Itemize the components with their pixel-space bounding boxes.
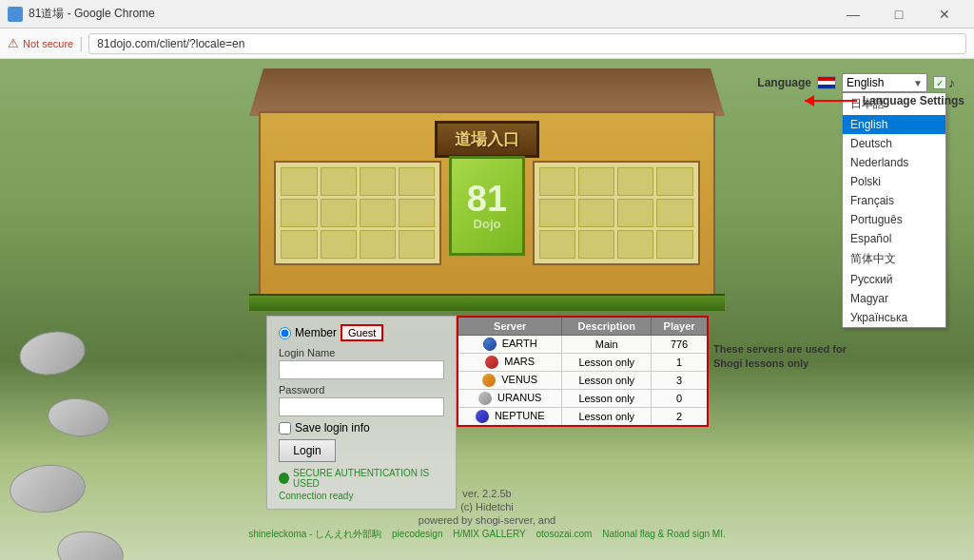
footer-link-national[interactable]: National flag & Road sign MI.	[602, 529, 726, 539]
member-label: Member	[295, 326, 337, 339]
lang-option-fr[interactable]: Français	[843, 191, 945, 210]
lang-option-de[interactable]: Deutsch	[843, 134, 945, 153]
language-dropdown-trigger[interactable]: English ▼	[842, 73, 927, 92]
guest-button[interactable]: Guest	[341, 324, 383, 341]
minimize-button[interactable]: —	[831, 0, 875, 29]
server-table-container: Server Description Player EARTH Main 776	[457, 316, 709, 427]
earth-icon	[483, 338, 497, 351]
selected-language: English	[847, 76, 884, 89]
login-button[interactable]: Login	[279, 439, 336, 462]
footer-link-otosozai[interactable]: otosozai.com	[536, 529, 593, 539]
login-name-input[interactable]	[279, 360, 444, 379]
server-header: Server	[458, 317, 562, 336]
lang-option-nl[interactable]: Nederlands	[843, 153, 945, 172]
mars-name: MARS	[504, 356, 535, 367]
secure-row: SECURE AUTHENTICATION IS USED	[279, 468, 444, 489]
annotation-text: Language Settings	[863, 94, 964, 107]
dojo-roof	[249, 68, 725, 116]
mars-players: 1	[652, 354, 708, 372]
table-row: URANUS Lesson only 0	[458, 390, 708, 408]
earth-name-cell: EARTH	[458, 336, 562, 354]
login-name-label: Login Name	[279, 347, 444, 358]
uranus-name: URANUS	[497, 392, 541, 403]
browser-icon	[8, 7, 23, 22]
neptune-description: Lesson only	[562, 408, 652, 427]
language-select-wrapper[interactable]: English ▼ 日本語 English Deutsch Nederlands…	[842, 73, 927, 92]
footer-link-shineleckoma[interactable]: shineleckoma - しんえれ外部駒	[248, 529, 381, 539]
table-row: MARS Lesson only 1	[458, 354, 708, 372]
dojo-base	[249, 294, 725, 311]
right-window	[533, 161, 700, 265]
venus-players: 3	[652, 372, 708, 390]
window-controls: — □ ✕	[831, 0, 966, 29]
copyright-text: (c) Hidetchi	[0, 501, 974, 512]
maximize-button[interactable]: □	[877, 0, 921, 29]
lesson-note: These servers are used for Shogi lessons…	[713, 342, 856, 372]
addressbar: ⚠ Not secure |	[0, 29, 974, 59]
neptune-players: 2	[652, 408, 708, 427]
red-arrow	[805, 100, 857, 102]
stone	[46, 396, 110, 439]
lang-option-ru[interactable]: Русский	[843, 270, 945, 289]
venus-name: VENUS	[501, 374, 537, 385]
uranus-icon	[478, 392, 492, 405]
lang-option-pl[interactable]: Polski	[843, 172, 945, 191]
language-area: Language English ▼ 日本語 English Deutsch N…	[757, 73, 955, 92]
lang-option-zh[interactable]: 简体中文	[843, 248, 945, 270]
footer-links: shineleckoma - しんえれ外部駒 piecodesign H/MIX…	[0, 528, 974, 541]
member-radio[interactable]	[279, 327, 291, 339]
earth-description: Main	[562, 336, 652, 354]
neptune-name: NEPTUNE	[495, 410, 545, 421]
close-button[interactable]: ✕	[923, 0, 966, 29]
lang-option-uk[interactable]: Українська	[843, 308, 945, 327]
password-row: Password	[279, 384, 444, 416]
stone	[16, 326, 89, 379]
language-label: Language	[757, 76, 811, 89]
footer-link-piecodesign[interactable]: piecodesign	[392, 529, 442, 539]
venus-icon	[482, 374, 496, 387]
language-dropdown[interactable]: 日本語 English Deutsch Nederlands Polski Fr…	[842, 92, 946, 328]
earth-players: 776	[652, 336, 708, 354]
separator: |	[79, 35, 83, 52]
table-header-row: Server Description Player	[458, 317, 708, 336]
footer-link-hmix[interactable]: H/MIX GALLERY	[453, 529, 526, 539]
mars-description: Lesson only	[562, 354, 652, 372]
lang-option-hu[interactable]: Magyar	[843, 289, 945, 308]
footer: ver. 2.2.5b (c) Hidetchi powered by shog…	[0, 488, 974, 541]
lang-option-es[interactable]: Español	[843, 229, 945, 248]
music-checkbox[interactable]: ✓ ♪	[933, 75, 955, 90]
neptune-name-cell: NEPTUNE	[458, 408, 562, 427]
password-input[interactable]	[279, 397, 444, 416]
description-header: Description	[562, 317, 652, 336]
mars-name-cell: MARS	[458, 354, 562, 372]
login-name-row: Login Name	[279, 347, 444, 379]
uranus-name-cell: URANUS	[458, 390, 562, 408]
url-input[interactable]	[88, 33, 966, 54]
logo-number: 81	[467, 181, 507, 217]
logo-sub: Dojo	[474, 217, 501, 231]
powered-text: powered by shogi-server, and	[0, 514, 974, 526]
music-check-icon[interactable]: ✓	[933, 76, 946, 89]
dropdown-arrow-icon: ▼	[913, 78, 923, 88]
dojo-wall: 道場入口 81 Dojo	[259, 111, 715, 297]
login-type-group: Member Guest	[279, 324, 444, 341]
save-login-checkbox[interactable]	[279, 422, 291, 434]
warning-icon: ⚠	[8, 36, 19, 50]
uranus-description: Lesson only	[562, 390, 652, 408]
login-panel: Member Guest Login Name Password Save lo…	[266, 316, 457, 510]
secure-icon	[279, 473, 289, 484]
version-text: ver. 2.2.5b	[0, 488, 974, 499]
music-note-icon: ♪	[948, 75, 955, 90]
server-table: Server Description Player EARTH Main 776	[457, 316, 709, 427]
lang-option-pt[interactable]: Português	[843, 210, 945, 229]
security-text: Not secure	[23, 38, 73, 49]
password-label: Password	[279, 384, 444, 396]
lang-option-en[interactable]: English	[843, 115, 945, 134]
save-login-label: Save login info	[295, 421, 370, 434]
secure-text: SECURE AUTHENTICATION IS USED	[293, 468, 444, 489]
table-row: EARTH Main 776	[458, 336, 708, 354]
language-settings-annotation: Language Settings	[805, 94, 964, 107]
logo-box: 81 Dojo	[449, 156, 525, 256]
save-login-row: Save login info	[279, 421, 444, 434]
left-window	[274, 161, 441, 265]
